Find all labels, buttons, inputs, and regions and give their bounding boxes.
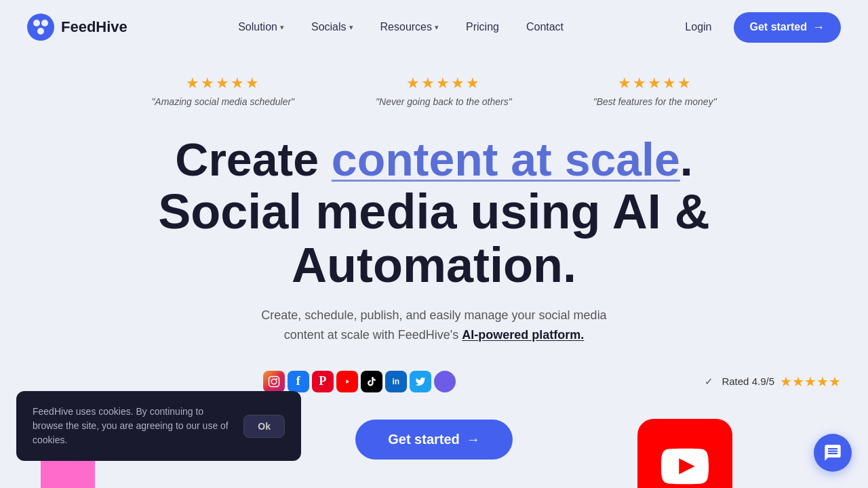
- review-item: ★★★★★ "Amazing social media scheduler": [151, 75, 294, 107]
- chevron-down-icon: ▾: [280, 23, 284, 32]
- nav-item-solution[interactable]: Solution ▾: [227, 16, 295, 39]
- svg-rect-4: [269, 376, 279, 386]
- rating-section: ✓ Rated 4.9/5 ★★★★★: [705, 373, 841, 390]
- review-text: "Amazing social media scheduler": [151, 96, 294, 107]
- nav-item-contact[interactable]: Contact: [515, 16, 574, 39]
- svg-point-5: [271, 379, 277, 384]
- arrow-right-icon: →: [812, 20, 825, 35]
- chevron-down-icon: ▾: [349, 23, 353, 32]
- rating-text: Rated 4.9/5: [722, 375, 774, 387]
- chevron-down-icon: ▾: [435, 23, 439, 32]
- review-text: "Never going back to the others": [376, 96, 512, 107]
- cookie-text: FeedHive uses cookies. By continuing to …: [33, 405, 233, 447]
- review-item: ★★★★★ "Never going back to the others": [376, 75, 512, 107]
- svg-point-1: [33, 20, 40, 26]
- svg-marker-7: [346, 380, 349, 384]
- rating-stars: ★★★★★: [780, 373, 841, 390]
- svg-point-3: [37, 28, 44, 35]
- arrow-right-icon: →: [467, 432, 480, 447]
- review-stars: ★★★★★: [186, 75, 260, 92]
- cookie-banner: FeedHive uses cookies. By continuing to …: [16, 391, 301, 461]
- cookie-ok-button[interactable]: Ok: [243, 415, 285, 438]
- review-stars: ★★★★★: [406, 75, 481, 92]
- extra-social-icon: [434, 371, 456, 392]
- youtube-icon: [336, 371, 358, 392]
- hero-line2: Social media using AI & Automation.: [27, 185, 841, 292]
- logo[interactable]: FeedHive: [27, 14, 127, 41]
- review-item: ★★★★★ "Best features for the money": [593, 75, 717, 107]
- svg-point-2: [41, 20, 48, 26]
- pinterest-icon: P: [312, 371, 334, 392]
- get-started-nav-button[interactable]: Get started →: [734, 12, 841, 43]
- review-stars: ★★★★★: [618, 75, 692, 92]
- instagram-icon: [263, 371, 285, 392]
- twitter-icon: [410, 371, 431, 392]
- navigation: FeedHive Solution ▾ Socials ▾ Resources …: [0, 0, 868, 54]
- reviews-strip: ★★★★★ "Amazing social media scheduler" ★…: [0, 54, 868, 114]
- tiktok-icon: [361, 371, 382, 392]
- nav-right: Login Get started →: [674, 12, 841, 43]
- linkedin-icon: in: [385, 371, 407, 392]
- svg-point-0: [27, 14, 54, 41]
- svg-point-6: [276, 378, 277, 380]
- nav-item-pricing[interactable]: Pricing: [455, 16, 510, 39]
- facebook-icon: f: [288, 371, 309, 392]
- nav-links: Solution ▾ Socials ▾ Resources ▾ Pricing…: [227, 16, 574, 39]
- youtube-decoration: [637, 419, 732, 488]
- chat-bubble-button[interactable]: [814, 434, 852, 472]
- hero-highlight: content at scale: [332, 134, 680, 185]
- nav-item-resources[interactable]: Resources ▾: [370, 16, 450, 39]
- hero-cta-button[interactable]: Get started →: [355, 420, 513, 460]
- social-icons-row: f P in: [262, 371, 457, 392]
- nav-item-socials[interactable]: Socials ▾: [300, 16, 364, 39]
- review-text: "Best features for the money": [593, 96, 717, 107]
- login-button[interactable]: Login: [674, 16, 722, 39]
- hero-subtext: Create, schedule, publish, and easily ma…: [244, 306, 624, 345]
- hero-headline: Create content at scale. Social media us…: [27, 134, 841, 292]
- logo-text: FeedHive: [61, 18, 127, 36]
- ai-platform-link[interactable]: AI-powered platform.: [462, 328, 584, 342]
- checkmark-icon: ✓: [705, 375, 713, 388]
